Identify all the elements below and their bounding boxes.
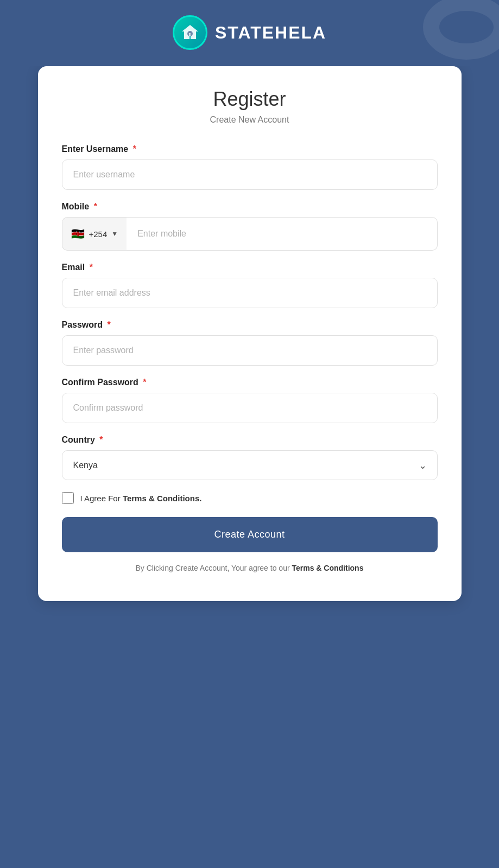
mobile-input[interactable]: [127, 217, 437, 251]
register-card: Register Create New Account Enter Userna…: [38, 66, 462, 601]
terms-checkbox[interactable]: [62, 492, 74, 504]
terms-link[interactable]: Terms & Conditions.: [123, 494, 202, 503]
username-label: Enter Username *: [62, 144, 438, 154]
page-subtitle: Create New Account: [62, 115, 438, 125]
email-required: *: [90, 263, 93, 272]
mobile-input-group: 🇰🇪 +254 ▼: [62, 217, 438, 251]
password-required: *: [108, 320, 111, 329]
email-input[interactable]: [62, 278, 438, 308]
app-header: $ STATEHELA: [0, 0, 499, 66]
mobile-required: *: [94, 202, 97, 211]
header-decoration: [423, 0, 499, 60]
create-account-button[interactable]: Create Account: [62, 517, 438, 552]
house-dollar-icon: $: [180, 23, 200, 42]
country-code-selector[interactable]: 🇰🇪 +254 ▼: [62, 217, 127, 251]
username-input[interactable]: [62, 159, 438, 190]
register-form: Enter Username * Mobile * 🇰🇪 +254 ▼: [62, 144, 438, 574]
confirm-password-label: Confirm Password *: [62, 378, 438, 387]
kenya-flag-icon: 🇰🇪: [71, 227, 85, 240]
mobile-group: Mobile * 🇰🇪 +254 ▼: [62, 202, 438, 251]
confirm-password-required: *: [143, 378, 146, 387]
country-code-text: +254: [89, 229, 108, 239]
mobile-label: Mobile *: [62, 202, 438, 212]
logo-container: $ STATEHELA: [173, 15, 326, 50]
email-label: Email *: [62, 263, 438, 272]
password-label: Password *: [62, 320, 438, 330]
username-group: Enter Username *: [62, 144, 438, 190]
app-name: STATEHELA: [215, 23, 326, 43]
country-group: Country * Kenya Uganda Tanzania Rwanda E…: [62, 435, 438, 480]
code-chevron-icon: ▼: [111, 230, 118, 238]
password-input[interactable]: [62, 335, 438, 366]
country-required: *: [99, 435, 103, 444]
footer-disclaimer: By Clicking Create Account, Your agree t…: [62, 562, 438, 574]
terms-label: I Agree For Terms & Conditions.: [80, 494, 202, 503]
country-select-wrapper: Kenya Uganda Tanzania Rwanda Ethiopia ⌄: [62, 450, 438, 480]
country-label: Country *: [62, 435, 438, 445]
confirm-password-input[interactable]: [62, 393, 438, 423]
footer-terms-link: Terms & Conditions: [292, 564, 363, 572]
confirm-password-group: Confirm Password *: [62, 378, 438, 423]
email-group: Email *: [62, 263, 438, 308]
page-title: Register: [62, 88, 438, 111]
password-group: Password *: [62, 320, 438, 366]
country-select[interactable]: Kenya Uganda Tanzania Rwanda Ethiopia: [62, 450, 438, 480]
username-required: *: [133, 144, 136, 154]
svg-text:$: $: [188, 33, 191, 37]
logo-icon: $: [173, 15, 207, 50]
terms-row: I Agree For Terms & Conditions.: [62, 492, 438, 504]
